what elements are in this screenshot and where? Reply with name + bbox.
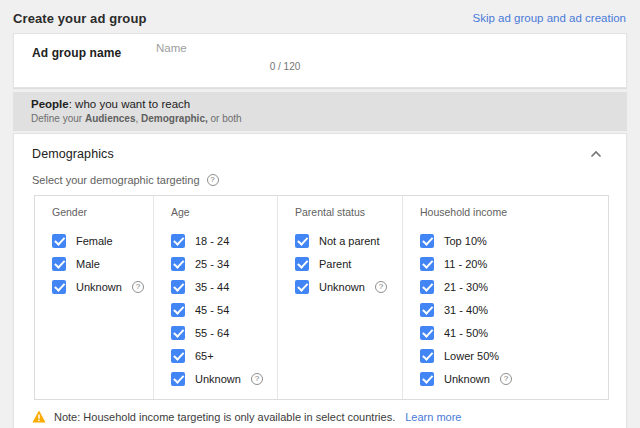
people-banner-title-bold: People (31, 98, 69, 110)
column-header: Household income (420, 206, 608, 218)
checkbox-checked-icon[interactable] (295, 234, 309, 248)
checkbox-checked-icon[interactable] (295, 280, 309, 294)
checkbox-row-11-20-[interactable]: 11 - 20% (420, 252, 608, 275)
checkbox-row-25-34[interactable]: 25 - 34 (171, 252, 277, 275)
checkbox-row-unknown[interactable]: Unknown (171, 367, 277, 390)
checkbox-label: Unknown (444, 373, 490, 385)
people-banner-title: People: who you want to reach (31, 97, 609, 112)
checkbox-checked-icon[interactable] (420, 257, 434, 271)
checkbox-checked-icon[interactable] (420, 234, 434, 248)
chevron-up-icon (590, 150, 602, 158)
checkbox-label: 65+ (195, 350, 214, 362)
ad-group-name-input[interactable] (156, 42, 316, 54)
demographics-table: GenderFemaleMaleUnknownAge18 - 2425 - 34… (34, 195, 609, 400)
ad-group-name-card: Ad group name 0 / 120 (13, 33, 627, 88)
checkbox-checked-icon[interactable] (420, 280, 434, 294)
demographics-column-age: Age18 - 2425 - 3435 - 4445 - 5455 - 6465… (154, 196, 278, 399)
checkbox-row-unknown[interactable]: Unknown (295, 275, 402, 298)
checkbox-label: 31 - 40% (444, 304, 488, 316)
people-banner: People: who you want to reach Define you… (13, 92, 627, 131)
help-icon[interactable] (207, 174, 219, 186)
checkbox-row-unknown[interactable]: Unknown (420, 367, 608, 390)
collapse-section-button[interactable] (590, 150, 602, 158)
checkbox-row-55-64[interactable]: 55 - 64 (171, 321, 277, 344)
demographics-card: Demographics Select your demographic tar… (13, 133, 627, 428)
demographic-targeting-subtitle: Select your demographic targeting (32, 174, 626, 186)
demographics-column-parental-status: Parental statusNot a parentParentUnknown (278, 196, 403, 399)
column-header: Gender (52, 206, 153, 218)
checkbox-row-not-a-parent[interactable]: Not a parent (295, 229, 402, 252)
checkbox-label: Unknown (319, 281, 365, 293)
checkbox-checked-icon[interactable] (171, 349, 185, 363)
help-icon[interactable] (375, 281, 387, 293)
checkbox-label: Parent (319, 258, 351, 270)
checkbox-label: 41 - 50% (444, 327, 488, 339)
checkbox-label: Male (76, 258, 100, 270)
people-banner-subtitle-segment: or both (208, 113, 242, 124)
ad-group-name-label: Ad group name (32, 46, 121, 60)
checkbox-checked-icon[interactable] (420, 326, 434, 340)
demographics-column-gender: GenderFemaleMaleUnknown (35, 196, 154, 399)
checkbox-checked-icon[interactable] (420, 349, 434, 363)
skip-ad-group-link[interactable]: Skip ad group and ad creation (473, 12, 626, 24)
checkbox-checked-icon[interactable] (420, 303, 434, 317)
page-header: Create your ad group Skip ad group and a… (0, 0, 640, 33)
checkbox-label: 25 - 34 (195, 258, 229, 270)
checkbox-label: Unknown (76, 281, 122, 293)
demographics-column-household-income: Household incomeTop 10%11 - 20%21 - 30%3… (403, 196, 608, 399)
learn-more-link[interactable]: Learn more (405, 411, 461, 423)
checkbox-row-female[interactable]: Female (52, 229, 153, 252)
checkbox-label: Unknown (195, 373, 241, 385)
checkbox-label: 11 - 20% (444, 258, 487, 270)
checkbox-label: 35 - 44 (195, 281, 229, 293)
checkbox-row-31-40-[interactable]: 31 - 40% (420, 298, 608, 321)
demographics-title: Demographics (32, 147, 114, 161)
checkbox-checked-icon[interactable] (171, 257, 185, 271)
checkbox-label: 21 - 30% (444, 281, 488, 293)
help-icon[interactable] (500, 373, 512, 385)
checkbox-label: 45 - 54 (195, 304, 229, 316)
people-banner-subtitle-segment: Define your (31, 113, 85, 124)
checkbox-row-parent[interactable]: Parent (295, 252, 402, 275)
checkbox-row-45-54[interactable]: 45 - 54 (171, 298, 277, 321)
checkbox-row-35-44[interactable]: 35 - 44 (171, 275, 277, 298)
character-counter: 0 / 120 (254, 61, 316, 72)
checkbox-checked-icon[interactable] (171, 280, 185, 294)
checkbox-row-41-50-[interactable]: 41 - 50% (420, 321, 608, 344)
note-text: Note: Household income targeting is only… (54, 411, 395, 423)
help-icon[interactable] (132, 281, 144, 293)
people-banner-subtitle: Define your Audiences, Demographic, or b… (31, 112, 609, 125)
checkbox-label: Female (76, 235, 113, 247)
demographics-header: Demographics (14, 134, 626, 161)
checkbox-label: Not a parent (319, 235, 380, 247)
checkbox-row-lower-50-[interactable]: Lower 50% (420, 344, 608, 367)
demographic-targeting-label: Select your demographic targeting (32, 174, 200, 186)
checkbox-checked-icon[interactable] (171, 234, 185, 248)
checkbox-row-top-10-[interactable]: Top 10% (420, 229, 608, 252)
checkbox-label: Lower 50% (444, 350, 499, 362)
page-title: Create your ad group (13, 11, 146, 26)
checkbox-row-male[interactable]: Male (52, 252, 153, 275)
help-icon[interactable] (251, 373, 263, 385)
warning-icon (32, 410, 46, 423)
checkbox-label: 18 - 24 (195, 235, 229, 247)
column-header: Age (171, 206, 277, 218)
checkbox-checked-icon[interactable] (295, 257, 309, 271)
household-income-note: Note: Household income targeting is only… (32, 410, 626, 423)
checkbox-checked-icon[interactable] (52, 234, 66, 248)
people-banner-subtitle-segment: Demographic, (141, 113, 208, 124)
checkbox-checked-icon[interactable] (52, 280, 66, 294)
people-banner-subtitle-segment: Audiences (85, 113, 136, 124)
checkbox-row-unknown[interactable]: Unknown (52, 275, 153, 298)
checkbox-checked-icon[interactable] (171, 303, 185, 317)
checkbox-label: 55 - 64 (195, 327, 229, 339)
checkbox-checked-icon[interactable] (171, 372, 185, 386)
checkbox-row-18-24[interactable]: 18 - 24 (171, 229, 277, 252)
checkbox-row-21-30-[interactable]: 21 - 30% (420, 275, 608, 298)
checkbox-checked-icon[interactable] (52, 257, 66, 271)
column-header: Parental status (295, 206, 402, 218)
people-banner-title-rest: : who you want to reach (69, 98, 190, 110)
checkbox-checked-icon[interactable] (171, 326, 185, 340)
checkbox-row-65-[interactable]: 65+ (171, 344, 277, 367)
checkbox-checked-icon[interactable] (420, 372, 434, 386)
